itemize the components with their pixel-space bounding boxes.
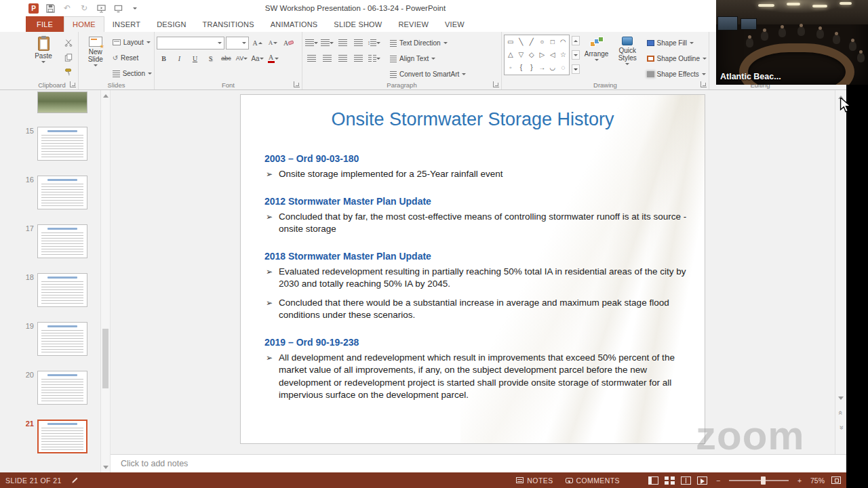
bold-button[interactable]: B	[157, 52, 171, 65]
thumbnail-image[interactable]	[37, 273, 87, 307]
align-center-icon[interactable]	[320, 52, 334, 65]
tab-home[interactable]: HOME	[64, 16, 104, 32]
participant	[849, 41, 856, 51]
text-shadow-button[interactable]: S	[203, 52, 218, 65]
strikethrough-button[interactable]: abc	[219, 52, 233, 65]
thumbnail-image[interactable]	[37, 127, 87, 161]
paste-button[interactable]: Paste	[28, 35, 59, 79]
reading-view-icon[interactable]	[681, 476, 691, 485]
thumbnail-image[interactable]	[37, 371, 87, 405]
shape-effects-button[interactable]: Shape Effects	[647, 67, 707, 81]
reset-button[interactable]: Reset	[113, 51, 152, 65]
scroll-up-icon[interactable]	[835, 92, 846, 102]
font-name-combobox[interactable]	[157, 37, 224, 49]
numbering-icon[interactable]	[320, 36, 334, 49]
slide-scrollbar[interactable]	[835, 90, 846, 454]
tab-review[interactable]: REVIEW	[390, 16, 437, 32]
slide-canvas[interactable]: Onsite Stormwater Storage History 2003 –…	[240, 94, 705, 444]
align-left-icon[interactable]	[304, 52, 319, 65]
shapes-gallery[interactable]: ▭ ╲ ╱ ○ □ ◠ △ ▽ ◇ ▷ ◁ ☆ ◦ { } → ◡	[504, 35, 570, 75]
italic-button[interactable]: I	[172, 52, 186, 65]
tab-file[interactable]: FILE	[26, 16, 64, 32]
slideshow-view-icon[interactable]	[697, 476, 707, 485]
undo-icon[interactable]	[62, 3, 73, 14]
zoom-slider-thumb[interactable]	[761, 476, 766, 485]
change-case-button[interactable]: Aa	[250, 52, 264, 65]
thumbnail-scroll-up-icon[interactable]	[101, 91, 110, 100]
align-right-icon[interactable]	[336, 52, 350, 65]
notes-pane[interactable]: Click to add notes	[111, 454, 846, 472]
zoom-in-icon[interactable]	[795, 476, 804, 485]
line-spacing-icon[interactable]: ↕	[367, 36, 381, 49]
zoom-slider[interactable]	[729, 480, 789, 481]
tab-view[interactable]: VIEW	[437, 16, 473, 32]
powerpoint-app-icon[interactable]: P	[28, 3, 39, 14]
layout-button[interactable]: Layout	[113, 35, 152, 49]
save-icon[interactable]	[45, 3, 56, 14]
thumbnail-image[interactable]	[37, 322, 87, 356]
thumbnail-scrollbar[interactable]	[100, 90, 110, 472]
thumbnail-scrollbar-thumb[interactable]	[102, 329, 108, 388]
fit-slide-to-window-icon[interactable]	[831, 476, 841, 484]
start-slideshow-icon[interactable]	[96, 3, 106, 14]
slide-body[interactable]: 2003 – Ord 90-03-180 ➢ Onsite storage im…	[264, 153, 684, 402]
comments-toggle-button[interactable]: COMMENTS	[563, 476, 623, 485]
touch-mouse-mode-icon[interactable]	[113, 3, 123, 14]
underline-button[interactable]: U	[188, 52, 202, 65]
tab-transitions[interactable]: TRANSITIONS	[195, 16, 262, 32]
justify-icon[interactable]	[351, 52, 366, 65]
normal-view-icon[interactable]	[648, 476, 658, 485]
thumbnail-image[interactable]	[37, 176, 87, 209]
notes-toggle-button[interactable]: NOTES	[513, 476, 555, 485]
proofing-icon[interactable]	[71, 476, 79, 484]
convert-to-smartart-button[interactable]: Convert to SmartArt	[390, 67, 466, 81]
thumbnail-image[interactable]	[37, 224, 87, 258]
notes-placeholder[interactable]: Click to add notes	[121, 459, 188, 468]
increase-indent-icon[interactable]	[351, 36, 366, 49]
tab-animations[interactable]: ANIMATIONS	[262, 16, 326, 32]
grow-font-button[interactable]: A	[250, 36, 264, 49]
meeting-video-thumbnail[interactable]: Atlantic Beac...	[716, 0, 868, 85]
slide-title[interactable]: Onsite Stormwater Storage History	[241, 108, 705, 131]
zoom-level[interactable]: 75%	[810, 476, 825, 485]
shapes-more-button[interactable]	[572, 64, 580, 74]
tab-slide-show[interactable]: SLIDE SHOW	[326, 16, 390, 32]
font-color-button[interactable]: A	[266, 52, 280, 65]
paragraph-dialog-launcher[interactable]	[493, 81, 499, 87]
align-text-button[interactable]: Align Text	[390, 52, 466, 66]
font-dialog-launcher[interactable]	[294, 81, 300, 87]
format-painter-icon[interactable]	[61, 66, 75, 79]
tab-insert[interactable]: INSERT	[104, 16, 149, 32]
slide-sorter-view-icon[interactable]	[665, 476, 675, 485]
cut-icon[interactable]	[61, 36, 75, 49]
next-slide-button[interactable]	[835, 422, 846, 433]
clear-formatting-button[interactable]: A	[281, 36, 296, 49]
previous-slide-button[interactable]	[835, 407, 846, 418]
tab-design[interactable]: DESIGN	[149, 16, 194, 32]
text-direction-button[interactable]: Text Direction	[390, 36, 466, 50]
shapes-scroll-down-button[interactable]	[572, 50, 580, 60]
zoom-out-icon[interactable]	[714, 476, 722, 485]
quick-styles-button[interactable]: Quick Styles	[613, 35, 642, 79]
thumbnail-image[interactable]	[37, 420, 87, 453]
scroll-down-icon[interactable]	[835, 392, 846, 403]
decrease-indent-icon[interactable]	[336, 36, 350, 49]
clipboard-dialog-launcher[interactable]	[70, 81, 76, 87]
bullets-icon[interactable]	[304, 36, 319, 49]
slide-14-thumbnail-partial[interactable]	[37, 92, 87, 113]
section-button[interactable]: Section	[113, 66, 152, 81]
drawing-dialog-launcher[interactable]	[701, 81, 707, 87]
shrink-font-button[interactable]: A	[266, 36, 280, 49]
shape-fill-button[interactable]: Shape Fill	[647, 36, 707, 50]
arrange-button[interactable]: Arrange	[582, 35, 611, 79]
copy-icon[interactable]	[61, 51, 75, 64]
shapes-scroll-up-button[interactable]	[572, 36, 580, 45]
qat-customize-icon[interactable]	[130, 3, 140, 14]
new-slide-button[interactable]: New Slide	[81, 35, 111, 79]
thumbnail-scroll-down-icon[interactable]	[101, 462, 110, 472]
shape-outline-button[interactable]: Shape Outline	[647, 52, 707, 66]
columns-icon[interactable]	[367, 52, 381, 65]
font-size-combobox[interactable]	[226, 37, 249, 49]
redo-icon[interactable]	[79, 3, 90, 14]
character-spacing-button[interactable]: AV	[235, 52, 249, 65]
